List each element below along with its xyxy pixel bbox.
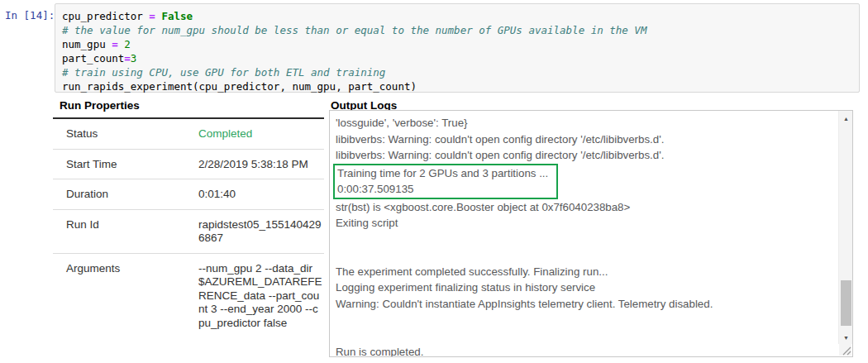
code-line: cpu_predictor = False	[62, 9, 859, 23]
log-line	[336, 312, 831, 328]
code-token: =	[149, 10, 161, 22]
cell-execution-prompt: In [14]:	[5, 9, 53, 21]
property-value: rapidstest05_1551404296867	[198, 209, 324, 253]
property-label: Status	[53, 119, 198, 149]
property-label: Duration	[53, 179, 198, 210]
resize-grip-icon[interactable]	[839, 343, 851, 356]
log-line: 0:00:37.509135	[337, 181, 548, 198]
code-token: num_gpu	[62, 38, 112, 50]
run-properties-title: Run Properties	[53, 98, 324, 119]
code-token: 2	[124, 38, 131, 50]
log-lines: 'lossguide', 'verbose': True}libibverbs:…	[336, 115, 831, 357]
log-line: Training time for 2 GPUs and 3 partition…	[337, 165, 548, 182]
log-line: Run is completed.	[336, 344, 831, 357]
log-line: Exiting script	[336, 215, 831, 232]
code-token: False	[161, 10, 193, 22]
scroll-up-arrow-icon[interactable]: ▲	[839, 112, 853, 125]
code-token: run_rapids_experiment(cpu_predictor, num…	[62, 80, 417, 93]
run-properties-table: StatusCompletedStart Time2/28/2019 5:38:…	[53, 119, 324, 337]
property-label: Start Time	[53, 149, 198, 179]
training-time-highlight-box: Training time for 2 GPUs and 3 partition…	[333, 164, 558, 199]
scroll-down-arrow-icon[interactable]: ▼	[839, 332, 853, 344]
code-lines: cpu_predictor = False# the value for num…	[62, 9, 859, 93]
code-line: # train using CPU, use GPU for both ETL …	[62, 65, 859, 79]
code-line: num_gpu = 2	[62, 37, 859, 51]
run-properties-panel: Run Properties StatusCompletedStart Time…	[53, 98, 324, 337]
property-value: 0:01:40	[198, 179, 324, 210]
property-value: Completed	[198, 119, 324, 149]
vertical-scrollbar[interactable]: ▲ ▼	[838, 111, 852, 344]
log-line: 'lossguide', 'verbose': True}	[336, 115, 831, 131]
code-line: part_count=3	[62, 51, 859, 65]
property-row: StatusCompleted	[53, 119, 324, 149]
property-row: Start Time2/28/2019 5:38:18 PM	[53, 149, 324, 179]
code-token: =	[124, 52, 131, 64]
code-token: cpu_predictor	[62, 10, 149, 22]
property-row: Duration0:01:40	[53, 179, 324, 210]
log-line: libibverbs: Warning: couldn't open confi…	[336, 131, 831, 148]
log-line: Logging experiment finalizing status in …	[336, 279, 831, 296]
code-token: 3	[131, 52, 137, 64]
code-token: =	[112, 38, 124, 50]
code-token: # the value for num_gpu should be less t…	[62, 24, 646, 36]
log-line	[336, 247, 831, 264]
property-row: Run Idrapidstest05_1551404296867	[53, 209, 324, 253]
property-label: Run Id	[53, 209, 198, 253]
code-editor[interactable]: cpu_predictor = False# the value for num…	[55, 3, 860, 93]
property-value: 2/28/2019 5:38:18 PM	[198, 149, 324, 179]
scrollbar-thumb[interactable]	[841, 280, 851, 326]
log-line	[336, 328, 831, 345]
log-line: The experiment completed successfully. F…	[336, 264, 831, 280]
property-value: --num_gpu 2 --data_dir $AZUREML_DATAREFE…	[198, 253, 324, 337]
log-line: Warning: Couldn't instantiate AppInsight…	[336, 296, 831, 313]
code-line: # the value for num_gpu should be less t…	[62, 23, 859, 37]
jupyter-notebook-cell: In [14]: cpu_predictor = False# the valu…	[0, 0, 868, 363]
code-token: part_count	[62, 52, 124, 64]
property-label: Arguments	[53, 253, 198, 337]
log-line: libibverbs: Warning: couldn't open confi…	[336, 147, 831, 164]
code-token: # train using CPU, use GPU for both ETL …	[62, 66, 385, 79]
log-line	[336, 232, 831, 248]
code-line: run_rapids_experiment(cpu_predictor, num…	[62, 79, 859, 93]
output-logs-textarea[interactable]: 'lossguide', 'verbose': True}libibverbs:…	[329, 110, 853, 357]
property-row: Arguments--num_gpu 2 --data_dir $AZUREML…	[53, 253, 324, 337]
log-line: str(bst) is <xgboost.core.Booster object…	[336, 199, 831, 216]
